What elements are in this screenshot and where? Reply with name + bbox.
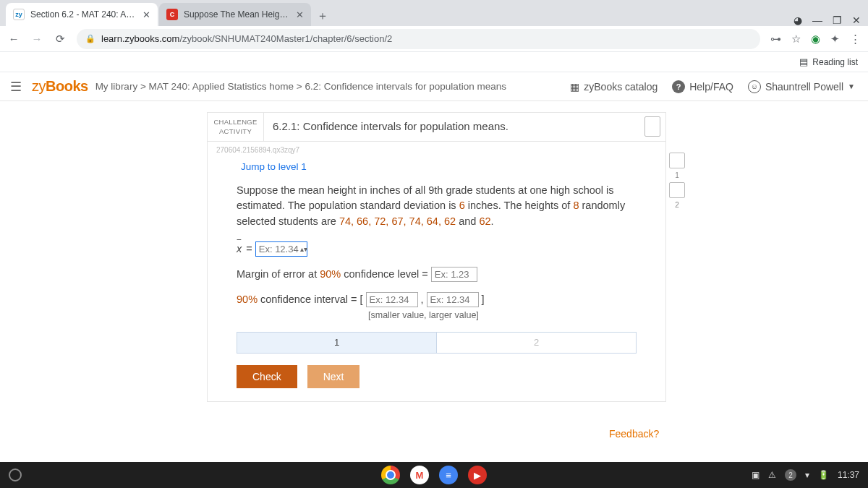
star-icon[interactable]: ☆ [791, 33, 801, 46]
status-dot-icon: ◕ [793, 14, 802, 26]
close-window-icon[interactable]: ✕ [852, 14, 861, 26]
url-host: learn.zybooks.com [101, 33, 179, 44]
url-field[interactable]: 🔒 learn.zybooks.com/zybook/SNHUMAT240Mas… [77, 29, 760, 49]
minimize-icon[interactable]: — [812, 14, 822, 26]
help-icon: ? [672, 80, 685, 93]
reading-list-icon: ▤ [799, 56, 808, 67]
close-icon[interactable]: ✕ [296, 9, 304, 20]
book-icon: ▦ [570, 81, 579, 93]
chrome-icon[interactable] [381, 466, 400, 484]
activity-hash: 270604.2156894.qx3zqy7 [208, 142, 665, 154]
reload-icon[interactable]: ⟳ [54, 33, 67, 46]
browser-tab-active[interactable]: zy Section 6.2 - MAT 240: Applied S ✕ [6, 3, 158, 26]
forward-icon[interactable]: → [30, 33, 43, 45]
warning-icon[interactable]: ⚠ [768, 470, 776, 480]
step-tabs: 1 2 [237, 332, 637, 354]
step-tab-1[interactable]: 1 [237, 333, 437, 353]
margin-error-input[interactable] [431, 267, 477, 282]
youtube-icon[interactable]: ▶ [468, 466, 487, 484]
notification-badge[interactable]: 2 [785, 469, 796, 481]
wifi-icon[interactable]: ▾ [805, 470, 809, 480]
puzzle-icon[interactable]: ✦ [830, 33, 840, 46]
restore-icon[interactable]: ❐ [833, 14, 842, 26]
step-tab-2[interactable]: 2 [437, 333, 636, 353]
kebab-menu-icon[interactable]: ⋮ [850, 33, 861, 46]
launcher-icon[interactable] [9, 468, 22, 481]
activity-title: 6.2.1: Confidence intervals for populati… [264, 113, 639, 141]
browser-tab-strip: zy Section 6.2 - MAT 240: Applied S ✕ C … [0, 0, 868, 26]
favicon-chegg: C [166, 9, 178, 20]
cast-icon[interactable]: ▣ [752, 470, 760, 480]
address-bar: ← → ⟳ 🔒 learn.zybooks.com/zybook/SNHUMAT… [0, 26, 868, 52]
interval-hint: [smaller value, larger value] [368, 310, 637, 320]
question-prompt: Suppose the mean height in inches of all… [237, 183, 637, 230]
ci-lower-input[interactable] [366, 292, 418, 307]
margin-error-row: Margin of error at 90% confidence level … [237, 267, 637, 282]
check-button[interactable]: Check [237, 365, 297, 388]
url-path: /zybook/SNHUMAT240Master1/chapter/6/sect… [179, 33, 392, 44]
jump-to-level-link[interactable]: Jump to level 1 [241, 161, 307, 172]
close-icon[interactable]: ✕ [142, 9, 150, 20]
window-controls: ◕ — ❐ ✕ [786, 14, 868, 26]
user-menu[interactable]: ☺Shauntrell Powell▼ [748, 80, 855, 93]
level-box[interactable] [669, 153, 685, 168]
new-tab-button[interactable]: ＋ [312, 6, 333, 26]
user-icon: ☺ [748, 80, 761, 93]
level-number: 1 [675, 171, 679, 179]
feedback-link[interactable]: Feedback? [609, 428, 659, 440]
back-icon[interactable]: ← [7, 33, 20, 45]
chevron-down-icon: ▼ [848, 82, 855, 90]
catalog-link[interactable]: ▦zyBooks catalog [570, 81, 658, 93]
confidence-interval-row: 90% confidence interval = [ , ] [237, 292, 637, 307]
os-taskbar: M ≡ ▶ ▣ ⚠ 2 ▾ 🔋 11:37 [0, 462, 868, 488]
zybooks-logo[interactable]: zyBooks [32, 78, 88, 95]
hamburger-menu-icon[interactable]: ☰ [10, 79, 22, 95]
battery-icon[interactable]: 🔋 [818, 470, 829, 480]
lock-icon: 🔒 [85, 34, 95, 43]
level-number: 2 [675, 201, 679, 209]
activity-card: CHALLENGEACTIVITY 6.2.1: Confidence inte… [207, 112, 666, 402]
browser-tab-inactive[interactable]: C Suppose The Mean Height In Inc ✕ [159, 3, 311, 26]
help-link[interactable]: ?Help/FAQ [672, 80, 733, 93]
clock[interactable]: 11:37 [838, 470, 859, 480]
gmail-icon[interactable]: M [410, 466, 429, 484]
ci-upper-input[interactable] [427, 292, 479, 307]
challenge-badge: CHALLENGEACTIVITY [208, 113, 264, 141]
xbar-row: x = ▴▾ [237, 241, 637, 257]
level-box[interactable] [669, 182, 685, 198]
app-header: ☰ zyBooks My library > MAT 240: Applied … [0, 72, 868, 101]
key-icon[interactable]: ⊶ [770, 33, 781, 46]
docs-icon[interactable]: ≡ [439, 466, 458, 484]
bookmarks-bar: ▤ Reading list [0, 52, 868, 72]
breadcrumb[interactable]: My library > MAT 240: Applied Statistics… [95, 81, 506, 92]
extension-icon[interactable]: ◉ [811, 33, 820, 46]
reading-list-link[interactable]: Reading list [812, 57, 858, 67]
tab-title: Suppose The Mean Height In Inc [184, 9, 290, 20]
tab-title: Section 6.2 - MAT 240: Applied S [30, 9, 137, 20]
level-indicator: 1 2 [669, 153, 685, 209]
progress-box [644, 116, 660, 137]
next-button[interactable]: Next [307, 365, 360, 388]
favicon-zy: zy [13, 9, 25, 20]
spinner-icon[interactable]: ▴▾ [300, 245, 307, 253]
